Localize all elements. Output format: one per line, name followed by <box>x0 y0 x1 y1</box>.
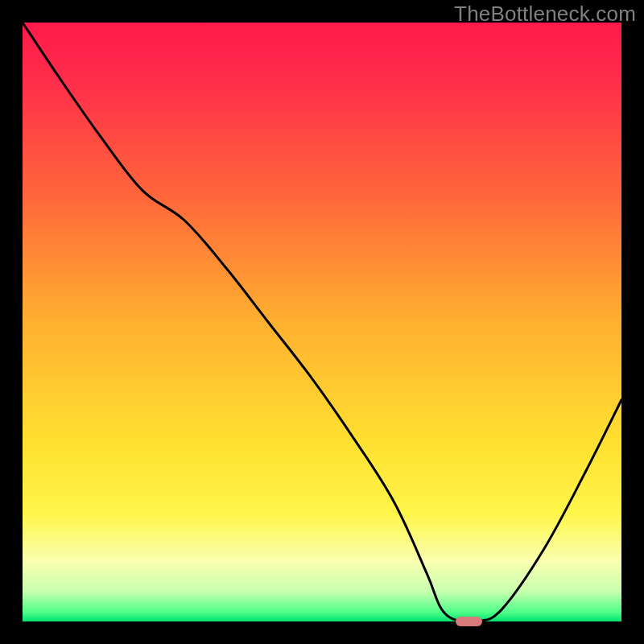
optimal-point-marker <box>456 617 482 627</box>
watermark-text: TheBottleneck.com <box>454 2 636 27</box>
chart-frame: TheBottleneck.com <box>0 0 644 644</box>
chart-svg <box>0 0 644 644</box>
gradient-background <box>23 23 621 621</box>
